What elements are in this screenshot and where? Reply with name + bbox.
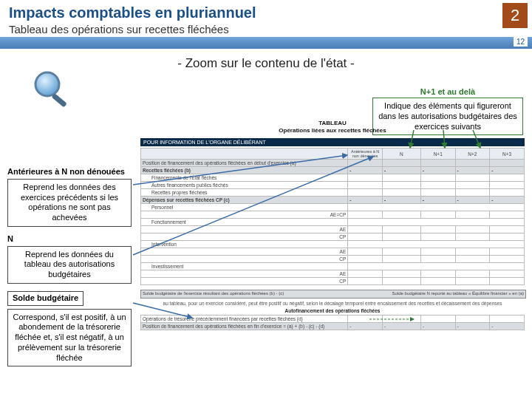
col-n3: N+3 [490,149,525,160]
anterior-description: Reprend les données des exercices précéd… [7,179,132,227]
row-recettes-propres: Recettes propres fléchées [143,190,346,195]
row-cp3: CP [141,278,348,285]
n1-heading: N+1 et au delà [372,87,523,96]
svg-rect-1 [52,93,67,108]
row-fonctionnement: Fonctionnement [143,219,346,225]
n-description: Reprend les données du tableau des autor… [7,246,132,284]
row-op-treso: Opérations de trésorerie précédemment fi… [141,316,348,323]
page-title: Impacts comptables en pluriannuel [9,4,523,21]
col-n1: N+1 [420,149,455,160]
anterior-heading: Antérieures à N non dénouées [7,167,132,177]
magnifier-icon [33,69,72,112]
row-intervention: Intervention [143,242,346,247]
page-number: 12 [514,37,528,47]
col-blank [141,149,348,160]
row-cp2: CP [141,256,348,263]
solde-description: Correspond, s'il est positif, à un abond… [7,309,132,367]
main-table: Antérieures à N non dénouées N N+1 N+2 N… [140,148,525,285]
section-number-badge: 2 [502,3,528,28]
row-position-start: Position de financement des opérations f… [141,160,348,167]
sec2-table: Opérations de trésorerie précédemment fi… [140,315,525,330]
row-personnel: Personnel [143,205,346,210]
section2-title: Autofinancement des opérations fléchées [140,308,525,313]
page-subtitle: Tableau des opérations sur recettes fléc… [9,23,523,35]
solde-left-text: Solde budgétaire de l'exercice résultant… [143,291,284,296]
row-ae3: AE [141,270,348,278]
table-overtitle1: TABLEAU [140,120,525,127]
row-depenses: Dépenses sur recettes fléchées CP (c) [141,197,348,204]
table-overtitle2: Opérations liées aux recettes fléchées [140,127,525,134]
solde-budgetaire-row: Solde budgétaire de l'exercice résultant… [140,290,526,299]
table-footnote: au tableau, pour un exercice considéré, … [140,301,525,306]
row-fin-etat: Financements de l'État fléchés [143,175,346,180]
row-cp: CP [141,233,348,241]
col-n2: N+2 [455,149,490,160]
zoom-heading: - Zoom sur le contenu de l'état - [0,56,532,71]
solde-heading: Solde budgétaire [7,291,83,306]
row-aecp: AE=CP [141,211,348,219]
col-ant: Antérieures à N non dénouées [348,149,383,160]
svg-point-0 [35,72,59,96]
divider-bar: 12 [0,37,532,49]
row-ae2: AE [141,248,348,256]
info-band: POUR INFORMATION DE L'ORGANE DÉLIBÉRANT [140,138,525,146]
row-ae: AE [141,226,348,233]
row-fin-public: Autres financements publics fléchés [143,183,346,188]
col-n: N [382,149,420,160]
n-heading: N [7,234,132,245]
table-canvas: TABLEAU Opérations liées aux recettes fl… [140,120,525,386]
solde-right-text: Solde budgétaire N reporté au tableau « … [392,291,524,296]
row-invest: Investissement [143,264,346,269]
row-position-fin: Position de financement des opérations f… [141,323,348,330]
row-recettes: Recettes fléchées (b) [141,167,348,174]
